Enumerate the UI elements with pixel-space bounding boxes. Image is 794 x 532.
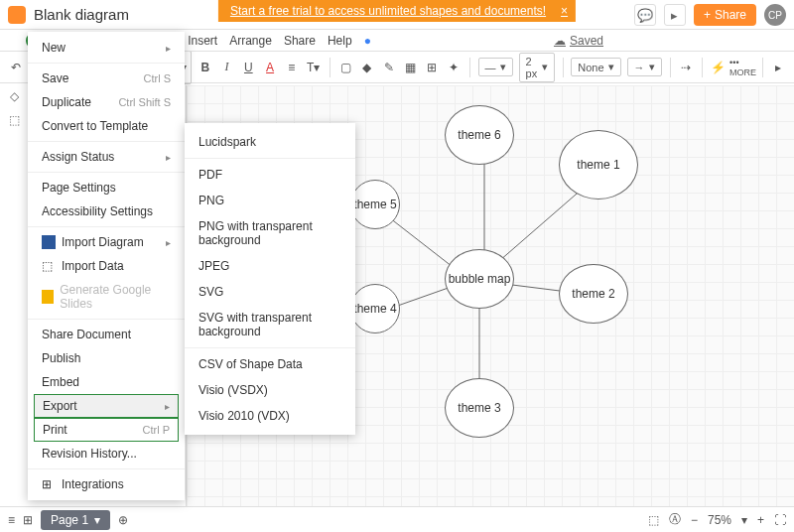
database-icon: ⬚: [42, 259, 56, 273]
export-submenu: Lucidspark PDF PNG PNG with transparent …: [185, 123, 355, 435]
text-options-button[interactable]: T▾: [306, 57, 322, 78]
menu-page-settings[interactable]: Page Settings: [28, 176, 185, 200]
menu-help[interactable]: Help: [328, 34, 352, 48]
chevron-down-icon: ▾: [608, 61, 614, 73]
bubble-node[interactable]: theme 1: [559, 130, 638, 200]
shapes-icon[interactable]: ◇: [10, 89, 19, 103]
comment-icon[interactable]: 💬: [634, 4, 656, 26]
visio-icon: [42, 235, 56, 249]
chevron-right-icon: ▸: [166, 237, 171, 248]
bubble-node[interactable]: theme 2: [559, 264, 628, 324]
export-png-transparent[interactable]: PNG with transparent background: [185, 213, 355, 253]
trial-text[interactable]: Start a free trial to access unlimited s…: [230, 4, 546, 18]
chevron-down-icon[interactable]: ▾: [741, 513, 747, 527]
chevron-right-icon: ▸: [166, 152, 171, 163]
shape-options-button[interactable]: ▦: [403, 57, 419, 78]
menu-share[interactable]: Share: [284, 34, 316, 48]
export-lucidspark[interactable]: Lucidspark: [185, 129, 355, 155]
align-button[interactable]: ≡: [284, 57, 300, 78]
text-color-button[interactable]: A: [262, 57, 278, 78]
grid-view-icon[interactable]: ⊞: [23, 513, 33, 527]
italic-button[interactable]: I: [219, 57, 235, 78]
menu-import-data[interactable]: ⬚Import Data: [28, 254, 185, 278]
trial-banner[interactable]: Start a free trial to access unlimited s…: [218, 0, 576, 22]
chevron-down-icon: ▾: [542, 61, 548, 73]
menu-new[interactable]: New▸: [28, 36, 185, 60]
share-button[interactable]: + Share: [694, 4, 756, 26]
menu-insert[interactable]: Insert: [188, 34, 217, 48]
magic-button[interactable]: ✦: [446, 57, 462, 78]
menu-export[interactable]: Export▸: [34, 394, 179, 418]
menu-convert-template[interactable]: Convert to Template: [28, 114, 185, 138]
zoom-level[interactable]: 75%: [708, 513, 731, 527]
export-svg[interactable]: SVG: [185, 279, 355, 305]
menu-share-doc[interactable]: Share Document: [28, 323, 185, 346]
saved-indicator[interactable]: ☁ Saved: [554, 34, 603, 48]
accessibility-icon[interactable]: Ⓐ: [669, 511, 681, 528]
avatar[interactable]: CP: [764, 4, 786, 26]
data-icon[interactable]: ⬚: [9, 113, 20, 127]
collapse-icon[interactable]: ▸: [770, 57, 786, 78]
zoom-out-button[interactable]: −: [691, 513, 698, 527]
menu-print[interactable]: PrintCtrl P: [34, 418, 179, 442]
app-logo: [8, 6, 26, 24]
export-csv[interactable]: CSV of Shape Data: [185, 351, 355, 377]
export-png[interactable]: PNG: [185, 188, 355, 213]
menu-revision-history[interactable]: Revision History...: [28, 442, 185, 466]
border-color-button[interactable]: ◆: [359, 57, 375, 78]
bubble-node[interactable]: theme 3: [445, 378, 514, 438]
export-pdf[interactable]: PDF: [185, 162, 355, 188]
end-endpoint-select[interactable]: →▾: [627, 58, 662, 76]
fill-button[interactable]: ▢: [337, 57, 353, 78]
menu-save[interactable]: SaveCtrl S: [28, 66, 185, 90]
share-plus-icon: +: [704, 8, 711, 22]
undo-icon[interactable]: ↶: [8, 57, 24, 78]
menu-import-diagram[interactable]: Import Diagram▸: [28, 230, 185, 254]
start-endpoint-select[interactable]: None▾: [571, 58, 620, 76]
chevron-down-icon: ▾: [94, 513, 100, 527]
line-width-select[interactable]: 2 px▾: [519, 53, 555, 82]
bubble-center[interactable]: bubble map: [445, 249, 514, 309]
line-style-select[interactable]: —▾: [478, 58, 513, 76]
menu-integrations[interactable]: ⊞Integrations: [28, 472, 185, 496]
menu-accessibility[interactable]: Accessibility Settings: [28, 200, 185, 223]
present-icon[interactable]: ▸: [664, 4, 686, 26]
export-jpeg[interactable]: JPEG: [185, 253, 355, 279]
bold-button[interactable]: B: [198, 57, 213, 78]
cloud-icon: ☁: [554, 34, 566, 48]
fullscreen-icon[interactable]: ⛶: [774, 513, 786, 527]
menu-arrange[interactable]: Arrange: [229, 34, 272, 48]
menu-embed[interactable]: Embed: [28, 370, 185, 394]
chevron-down-icon: ▾: [500, 61, 506, 73]
layers-icon[interactable]: ⬚: [648, 513, 659, 527]
bubble-node[interactable]: theme 5: [350, 180, 400, 229]
flash-icon[interactable]: ⚡: [711, 57, 727, 78]
slides-icon: [42, 290, 54, 304]
document-title[interactable]: Blank diagram: [34, 6, 129, 23]
menu-publish[interactable]: Publish: [28, 346, 185, 370]
menu-assign-status[interactable]: Assign Status▸: [28, 145, 185, 169]
close-icon[interactable]: ×: [561, 4, 568, 18]
list-view-icon[interactable]: ≡: [8, 513, 15, 527]
chevron-down-icon: ▾: [649, 61, 655, 73]
chevron-right-icon: ▸: [166, 43, 171, 54]
zoom-in-button[interactable]: +: [757, 513, 764, 527]
export-vdx[interactable]: Visio 2010 (VDX): [185, 403, 355, 429]
more-button[interactable]: •••MORE: [732, 57, 754, 78]
underline-button[interactable]: U: [240, 57, 256, 78]
chevron-right-icon: ▸: [165, 401, 170, 412]
menu-generate-slides: Generate Google Slides: [28, 278, 185, 316]
file-menu: New▸ SaveCtrl S DuplicateCtrl Shift S Co…: [28, 32, 185, 500]
saved-label: Saved: [570, 34, 603, 48]
export-svg-transparent[interactable]: SVG with transparent background: [185, 305, 355, 344]
lock-button[interactable]: ⊞: [424, 57, 440, 78]
menu-duplicate[interactable]: DuplicateCtrl Shift S: [28, 90, 185, 114]
border-style-button[interactable]: ✎: [381, 57, 397, 78]
add-page-button[interactable]: ⊕: [118, 513, 128, 527]
integrations-icon: ⊞: [42, 477, 56, 491]
page-selector[interactable]: Page 1▾: [41, 510, 110, 530]
line-hop-button[interactable]: ⇢: [678, 57, 694, 78]
bubble-node[interactable]: theme 6: [445, 105, 514, 165]
export-vsdx[interactable]: Visio (VSDX): [185, 377, 355, 403]
bubble-node[interactable]: theme 4: [350, 284, 400, 333]
